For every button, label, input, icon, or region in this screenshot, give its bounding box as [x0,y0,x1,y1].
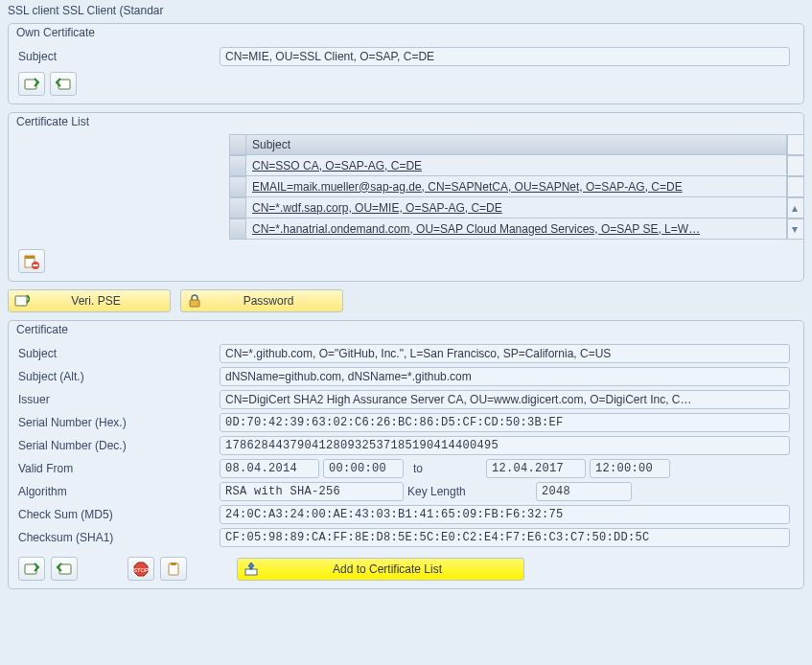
row-handle[interactable] [229,197,246,218]
column-header-subject[interactable]: Subject [246,134,787,155]
svg-rect-14 [245,569,257,575]
own-subject-field[interactable]: CN=MIE, OU=SSL Client, O=SAP, C=DE [220,47,790,66]
serial-dec-field[interactable]: 17862844379041280932537185190414400495 [220,436,790,455]
valid-from-time-field[interactable]: 00:00:00 [323,459,404,478]
cert-issuer-field[interactable]: CN=DigiCert SHA2 High Assurance Server C… [220,390,790,409]
cert-subject-alt-field[interactable]: dNSName=github.com, dNSName=*.github.com [220,367,790,386]
scroll-up-button[interactable]: ▴ [787,197,804,218]
scroll-track[interactable] [787,155,804,176]
delete-row-icon [24,254,39,269]
algorithm-field[interactable]: RSA with SHA-256 [220,482,404,501]
window-title: SSL client SSL Client (Standar [4,2,808,21]
import-icon [24,77,39,92]
export-icon [56,77,71,92]
veri-pse-button[interactable]: Veri. PSE [8,289,171,312]
sha1-field[interactable]: CF:05:98:89:CA:FF:8E:D8:5E:5C:E0:C2:E4:F… [220,528,790,547]
svg-rect-9 [59,564,71,574]
row-handle[interactable] [229,176,246,197]
table-row[interactable]: CN=*.hanatrial.ondemand.com, OU=SAP Clou… [229,218,804,240]
row-handle[interactable] [229,155,246,176]
delete-from-list-button[interactable] [18,249,45,273]
valid-to-label: to [407,462,429,475]
stop-button[interactable]: STOP [128,557,154,581]
svg-text:STOP: STOP [133,567,149,573]
import-cert-button[interactable] [18,72,45,96]
table-row[interactable]: CN=*.wdf.sap.corp, OU=MIE, O=SAP-AG, C=D… [229,197,804,218]
svg-rect-8 [25,564,36,574]
valid-to-date-field[interactable]: 12.04.2017 [486,459,586,478]
valid-from-date-field[interactable]: 08.04.2014 [220,459,319,478]
cert-subject-alt-label: Subject (Alt.) [18,370,220,383]
lock-icon [185,294,204,308]
serial-hex-label: Serial Number (Hex.) [18,416,220,429]
scroll-track[interactable] [787,176,804,197]
add-to-list-label: Add to Certificate List [261,562,514,576]
serial-hex-field[interactable]: 0D:70:42:39:63:02:C6:26:BC:86:D5:CF:CD:5… [220,413,790,432]
svg-rect-3 [25,256,35,259]
add-up-icon [242,562,261,577]
row-subject[interactable]: CN=*.wdf.sap.corp, OU=MIE, O=SAP-AG, C=D… [246,197,787,218]
certificate-list-group: Certificate List Subject CN=SSO CA, O=SA… [8,112,804,282]
scroll-down-button[interactable]: ▾ [787,218,804,240]
serial-dec-label: Serial Number (Dec.) [18,439,220,452]
md5-field[interactable]: 24:0C:A3:24:00:AE:43:03:B1:41:65:09:FB:F… [220,505,790,524]
row-subject[interactable]: CN=*.hanatrial.ondemand.com, OU=SAP Clou… [246,218,787,240]
clipboard-icon [166,562,181,577]
valid-from-label: Valid From [18,462,220,475]
valid-to-time-field[interactable]: 12:00:00 [590,459,670,478]
subject-label: Subject [18,50,220,63]
key-length-field[interactable]: 2048 [536,482,632,501]
svg-rect-5 [34,264,38,266]
clipboard-button[interactable] [160,557,187,581]
svg-rect-13 [171,562,176,565]
veri-pse-label: Veri. PSE [32,294,160,308]
own-certificate-group: Own Certificate Subject CN=MIE, OU=SSL C… [8,23,804,104]
algorithm-label: Algorithm [18,485,220,498]
export-icon [57,562,72,577]
svg-rect-7 [190,300,199,307]
row-subject[interactable]: EMAIL=maik.mueller@sap-ag.de, CN=SAPNetC… [246,176,787,197]
certificate-detail-title: Certificate [9,321,803,342]
row-handle[interactable] [229,218,246,240]
md5-label: Check Sum (MD5) [18,508,220,521]
cert-subject-field[interactable]: CN=*.github.com, O="GitHub, Inc.", L=San… [220,344,790,363]
key-length-label: Key Length [407,485,494,498]
export-cert-button[interactable] [50,72,77,96]
certificate-list-title: Certificate List [9,113,803,134]
svg-rect-6 [15,296,27,306]
own-certificate-title: Own Certificate [9,24,803,45]
svg-rect-1 [58,80,70,89]
sha1-label: Checksum (SHA1) [18,531,220,544]
veri-pse-icon [12,293,32,309]
import-cert-button-2[interactable] [18,557,45,581]
table-corner[interactable] [229,134,246,155]
svg-rect-0 [25,80,36,89]
table-row[interactable]: CN=SSO CA, O=SAP-AG, C=DE [229,155,804,176]
password-button[interactable]: Password [180,289,343,312]
certificate-list-table: Subject CN=SSO CA, O=SAP-AG, C=DE EMAIL=… [229,134,804,240]
import-icon [24,562,39,577]
export-cert-button-2[interactable] [51,557,78,581]
certificate-detail-group: Certificate Subject CN=*.github.com, O="… [8,320,804,589]
stop-icon: STOP [133,562,149,577]
cert-subject-label: Subject [18,347,220,360]
add-to-certificate-list-button[interactable]: Add to Certificate List [237,558,524,581]
table-row[interactable]: EMAIL=maik.mueller@sap-ag.de, CN=SAPNetC… [229,176,804,197]
password-label: Password [204,294,333,308]
scroll-top[interactable] [787,134,804,155]
cert-issuer-label: Issuer [18,393,220,406]
row-subject[interactable]: CN=SSO CA, O=SAP-AG, C=DE [246,155,787,176]
